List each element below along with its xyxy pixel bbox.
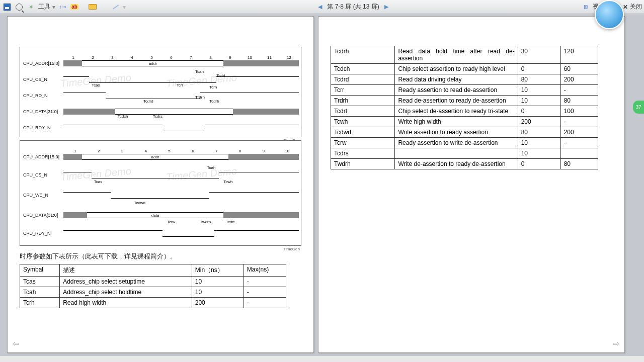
tools-label[interactable]: 工具 [38, 3, 50, 11]
sig2-cs: CPU_CS_N [22, 172, 63, 177]
goto-icon[interactable]: ↕⇢ [57, 2, 67, 12]
table-row: TrdrhRead de-assertion to ready de-asser… [331, 96, 598, 106]
table-row: TcdchChip select assertion to ready high… [331, 64, 598, 74]
timing-params-caption: 时序参数如下表所示（此表可下载，详见课程简介）。 [20, 252, 301, 261]
timing-table-right: TcdrhRead data hold time after read de-a… [331, 46, 598, 169]
table-row: TcahAddress_chip select holdtime10- [20, 287, 286, 298]
toolbar: ✶ 工具 ▾ ↕⇢ ab ▾ ◀ 第 7-8 屏 (共 13 屏) ▶ ⊞ 视 … [0, 0, 644, 14]
close-label[interactable]: 关闭 [630, 3, 642, 11]
table-row: TcrhRead high width200- [20, 298, 286, 308]
next-page-icon[interactable]: ▶ [382, 4, 390, 10]
sparkle-icon[interactable]: ✶ [26, 2, 36, 12]
sig2-rdy: CPU_RDY_N [22, 231, 63, 236]
sig2-addr: CPU_ADDR[15:0] [22, 154, 63, 159]
notification-badge[interactable]: 37 [633, 101, 644, 114]
table-row: TcdrhRead data hold time after read de-a… [331, 46, 598, 64]
table-row: TcdwdWrite assertion to ready assertion8… [331, 127, 598, 138]
page-indicator: 第 7-8 屏 (共 13 屏) [327, 3, 379, 11]
table-row: TcdrdRead data driving delay80200 [331, 74, 598, 85]
timing-diagram-read: TimeGen Demo TimeGen Demo 12345678910111… [20, 47, 301, 137]
page-8: TcdrhRead data hold time after read de-a… [318, 16, 625, 353]
table-row: TwdrhWrite de-assertion to ready de-asse… [331, 159, 598, 169]
sig-cs: CPU_CS_N [22, 77, 63, 82]
page-forward-icon[interactable]: ⇨ [613, 339, 619, 348]
bird-logo-icon[interactable] [595, 0, 624, 29]
sig-addr: CPU_ADDR[15:0] [22, 61, 63, 66]
page-7: TimeGen Demo TimeGen Demo 12345678910111… [7, 16, 314, 353]
prev-page-icon[interactable]: ◀ [316, 4, 324, 10]
table-row: TcasAddress_chip select setuptime10- [20, 277, 286, 287]
sig-rd: CPU_RD_N [22, 93, 63, 98]
save-icon[interactable] [2, 2, 12, 12]
table-row: TcrwReady assertion to write de-assertio… [331, 138, 598, 148]
close-icon[interactable]: ✕ [623, 4, 628, 11]
page-back-icon[interactable]: ⇦ [13, 339, 19, 348]
workspace: TimeGen Demo TimeGen Demo 12345678910111… [0, 14, 644, 356]
toolbar-center: ◀ 第 7-8 屏 (共 13 屏) ▶ [126, 3, 581, 11]
layout-icon[interactable]: ⊞ [581, 2, 591, 12]
sig-data: CPU_DATA[31:0] [22, 109, 63, 114]
diagram-footer-2: TimeGen [283, 247, 300, 251]
toolbar-left: ✶ 工具 ▾ ↕⇢ ab ▾ [2, 2, 126, 12]
sig-rdy: CPU_RDY_N [22, 125, 63, 130]
sig2-data: CPU_DATA[31:0] [22, 213, 63, 218]
pen-icon[interactable] [111, 2, 121, 12]
table-row: TcwhWrite high width200- [331, 117, 598, 127]
table-row: Tcdrs10 [331, 148, 598, 159]
highlight-icon[interactable]: ab [69, 2, 79, 12]
folder-icon[interactable] [88, 2, 98, 12]
table-row: TcrrReady assertion to read de-assertion… [331, 85, 598, 96]
table-row: TcdrtChip select de-assertion to ready t… [331, 106, 598, 117]
magnifier-icon[interactable] [14, 2, 24, 12]
timing-table-left: Symbal描述Min（ns）Max(ns) TcasAddress_chip … [20, 264, 286, 308]
timing-diagram-write: TimeGen Demo TimeGen Demo 12345678910 CP… [20, 140, 301, 246]
sig2-we: CPU_WE_N [22, 193, 63, 198]
